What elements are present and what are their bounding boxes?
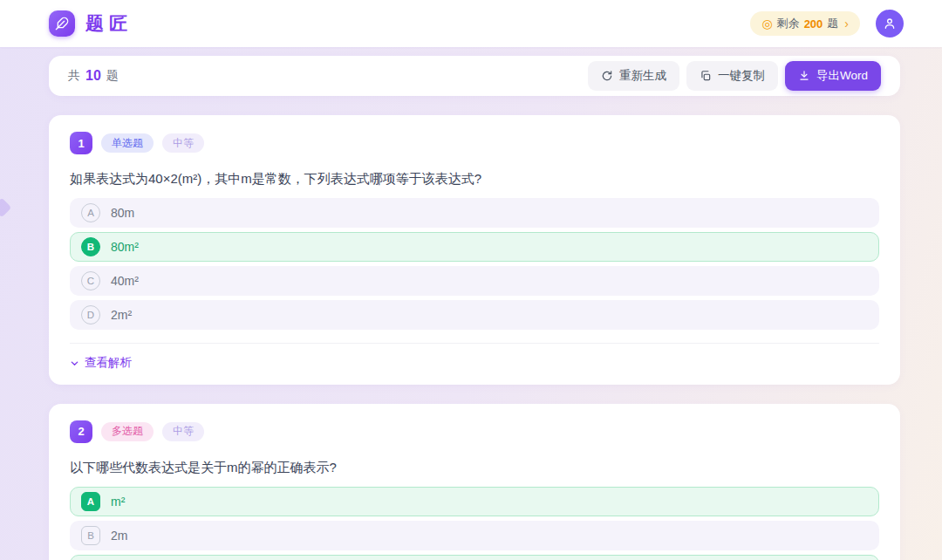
export-word-label: 导出Word [816,68,868,84]
question-text: 以下哪些代数表达式是关于m的幂的正确表示? [70,460,879,476]
total-count: 10 [85,68,101,84]
app-header: 题匠 ◎ 剩余 200 题 › [0,0,942,47]
option-text: 80m² [111,240,139,254]
option-text: 2m [111,529,127,543]
question-1-header: 1 单选题 中等 [70,132,879,154]
chevron-right-icon: › [844,17,849,31]
chevron-down-icon [70,359,79,368]
divider [70,343,879,344]
avatar[interactable] [876,10,904,38]
option-row-d[interactable]: D 2m² [70,300,879,330]
user-icon [883,17,897,31]
option-row-b-correct[interactable]: B 80m² [70,232,879,262]
quota-badge[interactable]: ◎ 剩余 200 题 › [750,11,860,36]
app-logo [49,10,75,37]
regenerate-button[interactable]: 重新生成 [588,61,679,91]
question-2-options: A m² B 2m [70,487,879,560]
question-text: 如果表达式为40×2(m²)，其中m是常数，下列表达式哪项等于该表达式? [70,171,879,188]
header-right: ◎ 剩余 200 题 › [750,10,904,38]
question-type-tag: 多选题 [101,422,154,441]
main-content: 共 10 题 重新生成 [0,47,942,560]
question-number-badge: 1 [70,132,92,154]
question-1-options: A 80m B 80m² C 40m² D 2m² [70,198,879,330]
option-letter-badge: A [81,203,100,222]
app-title: 题匠 [85,11,133,36]
export-word-button[interactable]: 导出Word [785,61,881,91]
option-row-a-correct[interactable]: A m² [70,487,879,516]
toolbar: 共 10 题 重新生成 [49,56,900,96]
option-row-c[interactable]: C 40m² [70,266,879,296]
option-letter-badge: B [81,526,100,545]
question-2-header: 2 多选题 中等 [70,420,879,443]
question-card-2: 2 多选题 中等 以下哪些代数表达式是关于m的幂的正确表示? A m² B 2m [49,404,900,560]
question-card-1: 1 单选题 中等 如果表达式为40×2(m²)，其中m是常数，下列表达式哪项等于… [49,115,900,385]
option-letter-badge: D [81,305,100,324]
option-row-a[interactable]: A 80m [70,198,879,228]
option-row-b[interactable]: B 2m [70,521,879,550]
refresh-icon [601,70,613,82]
option-row-c-correct-cutoff[interactable] [70,555,879,560]
copy-label: 一键复制 [718,68,765,84]
regenerate-label: 重新生成 [619,68,666,84]
copy-button[interactable]: 一键复制 [686,61,778,91]
view-analysis-link[interactable]: 查看解析 [70,355,132,371]
option-text: 40m² [111,274,139,288]
feather-icon [55,17,69,31]
question-type-tag: 单选题 [101,133,154,153]
copy-icon [700,70,712,82]
quota-prefix: 剩余 [777,16,800,31]
target-icon: ◎ [761,17,772,30]
question-total: 共 10 题 [68,68,119,84]
download-icon [798,70,810,82]
view-analysis-label: 查看解析 [85,355,132,371]
option-letter-badge: B [81,237,100,256]
difficulty-tag: 中等 [162,422,204,441]
option-letter-badge: C [81,271,100,290]
quota-suffix: 题 [827,16,838,31]
option-text: 80m [111,206,134,220]
total-prefix: 共 [68,68,80,84]
option-text: m² [111,495,125,509]
quota-count: 200 [804,17,823,31]
option-letter-badge: A [81,492,100,511]
brand: 题匠 [49,10,133,37]
difficulty-tag: 中等 [162,133,204,153]
option-text: 2m² [111,308,132,322]
question-number-badge: 2 [70,420,92,443]
toolbar-buttons: 重新生成 一键复制 导 [588,61,881,91]
total-suffix: 题 [106,68,119,84]
